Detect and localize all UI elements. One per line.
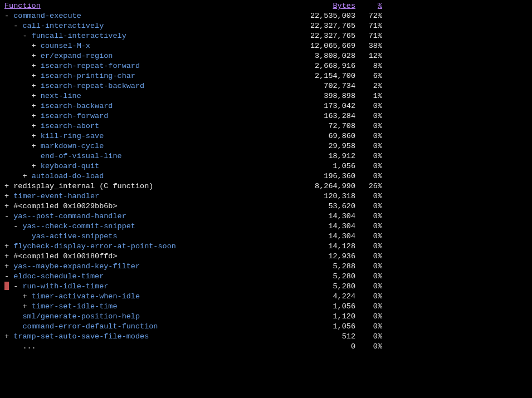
profiler-row[interactable]: - eldoc-schedule-timer5,2800% [0, 272, 532, 282]
bytes-cell: 14,304 [305, 222, 355, 232]
profiler-row[interactable]: + yas--maybe-expand-key-filter5,2880% [0, 262, 532, 272]
function-name[interactable]: kill-ring-save [41, 132, 104, 140]
expand-icon[interactable]: + [32, 62, 36, 70]
function-name[interactable]: yas--check-commit-snippet [22, 222, 135, 230]
expand-icon[interactable]: + [22, 292, 27, 301]
expand-icon[interactable]: + [22, 302, 27, 311]
function-name[interactable]: timer-activate-when-idle [32, 292, 140, 301]
profiler-row[interactable]: yas-active-snippets14,3040% [0, 232, 532, 242]
expand-icon[interactable]: + [32, 72, 36, 80]
profiler-row[interactable]: + tramp-set-auto-save-file-modes5120% [0, 332, 532, 342]
expand-icon[interactable]: + [4, 182, 9, 190]
profiler-row[interactable]: + kill-ring-save69,8600% [0, 131, 532, 141]
expand-icon[interactable]: + [4, 262, 9, 271]
function-name[interactable]: tramp-set-auto-save-file-modes [13, 332, 149, 341]
profiler-row[interactable]: + isearch-backward173,0420% [0, 101, 532, 111]
profiler-row[interactable]: + counsel-M-x12,065,66938% [0, 41, 532, 51]
function-name[interactable]: end-of-visual-line [41, 152, 122, 160]
function-name[interactable]: counsel-M-x [41, 42, 90, 50]
profiler-row[interactable]: - call-interactively22,327,76571% [0, 21, 532, 31]
profiler-row[interactable]: + redisplay_internal (C function)8,264,9… [0, 181, 532, 191]
profiler-row[interactable]: + timer-event-handler120,3180% [0, 191, 532, 202]
expand-icon[interactable]: + [32, 142, 36, 150]
expand-icon[interactable]: + [32, 92, 36, 100]
function-name[interactable]: timer-set-idle-time [32, 302, 118, 311]
profiler-row[interactable]: + isearch-abort72,7080% [0, 121, 532, 131]
profiler-row[interactable]: + #<compiled 0x10029bb6b>53,6200% [0, 202, 532, 212]
expand-icon[interactable]: + [4, 242, 9, 250]
function-name[interactable]: isearch-repeat-forward [41, 62, 140, 70]
expand-icon[interactable]: + [4, 332, 9, 341]
profiler-row[interactable]: - funcall-interactively22,327,76571% [0, 31, 532, 41]
profiler-row[interactable]: + isearch-printing-char2,154,7006% [0, 71, 532, 81]
function-name[interactable]: eldoc-schedule-timer [13, 272, 104, 281]
profiler-row[interactable]: + keyboard-quit1,0560% [0, 161, 532, 171]
function-name[interactable]: command-error-default-function [22, 322, 158, 331]
profiler-row[interactable]: - command-execute22,535,00372% [0, 11, 532, 21]
profiler-row[interactable]: command-error-default-function1,0560% [0, 322, 532, 332]
profiler-row[interactable]: + er/expand-region3,808,02812% [0, 51, 532, 61]
expand-icon[interactable]: + [32, 162, 36, 170]
expand-icon[interactable]: + [32, 42, 36, 50]
function-name[interactable]: call-interactively [22, 22, 104, 30]
function-name[interactable]: isearch-printing-char [41, 72, 135, 80]
collapse-icon[interactable]: - [4, 272, 9, 281]
function-name[interactable]: isearch-forward [41, 112, 109, 120]
indent [4, 322, 13, 331]
profiler-row[interactable]: sml/generate-position-help1,1200% [0, 312, 532, 322]
function-cell: + timer-event-handler [4, 191, 305, 202]
function-name[interactable]: keyboard-quit [41, 162, 99, 170]
function-name[interactable]: markdown-cycle [41, 142, 104, 150]
profiler-row[interactable]: + isearch-repeat-forward2,668,9168% [0, 61, 532, 71]
expand-icon[interactable]: + [32, 52, 36, 60]
profiler-row[interactable]: - yas--post-command-handler14,3040% [0, 212, 532, 222]
expand-icon[interactable]: + [32, 122, 36, 130]
profiler-row[interactable]: end-of-visual-line18,9120% [0, 151, 532, 161]
expand-icon[interactable]: + [32, 112, 36, 120]
percent-cell: 0% [355, 322, 382, 332]
profiler-row[interactable]: + isearch-repeat-backward702,7342% [0, 81, 532, 91]
expand-icon[interactable]: + [32, 132, 36, 140]
function-name[interactable]: run-with-idle-timer [22, 282, 108, 291]
expand-icon[interactable]: + [4, 252, 9, 261]
percent-cell: 0% [355, 232, 382, 242]
profiler-row[interactable]: + markdown-cycle29,9580% [0, 141, 532, 151]
function-name[interactable]: flycheck-display-error-at-point-soon [13, 242, 176, 250]
profiler-row[interactable]: + timer-set-idle-time1,0560% [0, 302, 532, 312]
function-name[interactable]: er/expand-region [41, 52, 113, 60]
indent [4, 32, 22, 40]
function-cell: end-of-visual-line [4, 151, 305, 161]
percent-cell: 26% [355, 181, 382, 191]
profiler-row[interactable]: - run-with-idle-timer5,2800% [0, 282, 532, 292]
profiler-row[interactable]: + isearch-forward163,2840% [0, 111, 532, 121]
profiler-row[interactable]: + autoload-do-load196,3600% [0, 171, 532, 181]
function-name[interactable]: isearch-repeat-backward [41, 82, 144, 90]
function-name[interactable]: funcall-interactively [32, 32, 126, 40]
profiler-row[interactable]: + next-line398,8981% [0, 91, 532, 101]
collapse-icon[interactable]: - [4, 212, 9, 220]
function-name[interactable]: timer-event-handler [13, 192, 99, 200]
profiler-row[interactable]: + timer-activate-when-idle4,2240% [0, 292, 532, 302]
function-name[interactable]: yas-active-snippets [32, 232, 118, 240]
collapse-icon[interactable]: - [4, 12, 9, 20]
function-name[interactable]: yas--post-command-handler [13, 212, 126, 220]
collapse-icon[interactable]: - [22, 32, 27, 40]
function-name[interactable]: autoload-do-load [32, 172, 104, 180]
expand-icon[interactable]: + [32, 102, 36, 110]
function-name[interactable]: command-execute [13, 12, 81, 20]
expand-icon[interactable]: + [32, 82, 36, 90]
profiler-row[interactable]: + flycheck-display-error-at-point-soon14… [0, 242, 532, 252]
function-name[interactable]: next-line [41, 92, 81, 100]
expand-icon[interactable]: + [22, 172, 27, 180]
function-name[interactable]: isearch-abort [41, 122, 99, 130]
function-name[interactable]: sml/generate-position-help [22, 312, 140, 321]
expand-icon[interactable]: + [4, 192, 9, 200]
expand-icon[interactable]: + [4, 202, 9, 210]
profiler-row[interactable]: - yas--check-commit-snippet14,3040% [0, 222, 532, 232]
percent-cell: 71% [355, 21, 382, 31]
profiler-row[interactable]: ...00% [0, 342, 532, 352]
percent-cell: 6% [355, 71, 382, 81]
function-name[interactable]: isearch-backward [41, 102, 113, 110]
function-name[interactable]: yas--maybe-expand-key-filter [13, 262, 140, 271]
profiler-row[interactable]: + #<compiled 0x100180ffd>12,9360% [0, 252, 532, 262]
